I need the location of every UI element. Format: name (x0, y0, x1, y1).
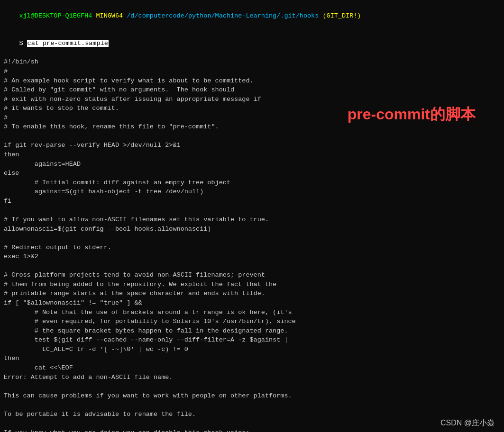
file-line-32: This can cause problems if you want to w… (4, 391, 500, 401)
prompt-user-1: xjl@DESKTOP-Q1EGFH4 (19, 12, 92, 19)
file-line-9: if git rev-parse --verify HEAD >/dev/nul… (4, 141, 500, 150)
file-line-blank-1 (4, 132, 500, 141)
prompt-mingw-1: MINGW64 (92, 12, 123, 19)
file-line-31: Error: Attempt to add a non-ASCII file n… (4, 373, 500, 382)
prompt-dollar: $ (19, 40, 27, 47)
file-line-blank-2 (4, 206, 500, 215)
file-line-blank-6 (4, 400, 500, 410)
file-line-26: # the square bracket bytes happen to fal… (4, 326, 500, 336)
prompt-gitinfo-1: (GIT_DIR!) (319, 12, 361, 19)
file-line-19: exec 1>&2 (4, 252, 500, 261)
file-line-16: # If you want to allow non-ASCII filenam… (4, 215, 500, 225)
terminal: xjl@DESKTOP-Q1EGFH4 MINGW64 /d/computerc… (0, 0, 504, 432)
file-line-33: To be portable it is advisable to rename… (4, 410, 500, 419)
prompt-line-1: xjl@DESKTOP-Q1EGFH4 MINGW64 /d/computerc… (4, 2, 500, 30)
file-line-25: # even required, for portability to Sola… (4, 317, 500, 326)
command-line: $ cat pre-commit.sample (4, 30, 500, 58)
file-line-1: #!/bin/sh (4, 57, 500, 67)
file-line-4: # Called by "git commit" with no argumen… (4, 85, 500, 95)
file-line-23: if [ "$allownonascii" != "true" ] && (4, 298, 500, 308)
file-line-10: then (4, 150, 500, 160)
file-line-24: # Note that the use of brackets around a… (4, 308, 500, 317)
file-line-21: # them from being added to the repositor… (4, 280, 500, 289)
file-line-14: against=$(git hash-object -t tree /dev/n… (4, 187, 500, 197)
annotation-label: pre-commit的脚本 (348, 104, 476, 125)
file-line-5: # exit with non-zero status after issuin… (4, 95, 500, 104)
file-line-blank-4 (4, 261, 500, 271)
prompt-path-1: /d/computercode/python/Machine-Learning/… (123, 12, 319, 19)
file-line-13: # Initial commit: diff against an empty … (4, 178, 500, 188)
file-line-34: If you know what you are doing you can d… (4, 428, 500, 432)
watermark-label: CSDN @庄小焱 (440, 418, 495, 428)
file-line-27: test $(git diff --cached --name-only --d… (4, 335, 500, 345)
file-line-30: cat <<\EOF (4, 363, 500, 373)
file-line-17: allownonascii=$(git config --bool hooks.… (4, 225, 500, 234)
file-line-29: then (4, 354, 500, 363)
file-line-11: against=HEAD (4, 160, 500, 169)
command-highlight: cat pre-commit.sample (27, 40, 109, 47)
file-line-blank-3 (4, 234, 500, 243)
file-line-2: # (4, 67, 500, 76)
file-line-20: # Cross platform projects tend to avoid … (4, 270, 500, 280)
file-line-12: else (4, 169, 500, 178)
file-line-blank-7 (4, 419, 500, 428)
file-line-15: fi (4, 197, 500, 206)
file-line-blank-5 (4, 382, 500, 391)
file-line-22: # printable range starts at the space ch… (4, 289, 500, 298)
file-line-18: # Redirect output to stderr. (4, 243, 500, 252)
file-line-28: LC_ALL=C tr -d '[ -~]\0' | wc -c) != 0 (4, 345, 500, 354)
file-line-3: # An example hook script to verify what … (4, 76, 500, 86)
